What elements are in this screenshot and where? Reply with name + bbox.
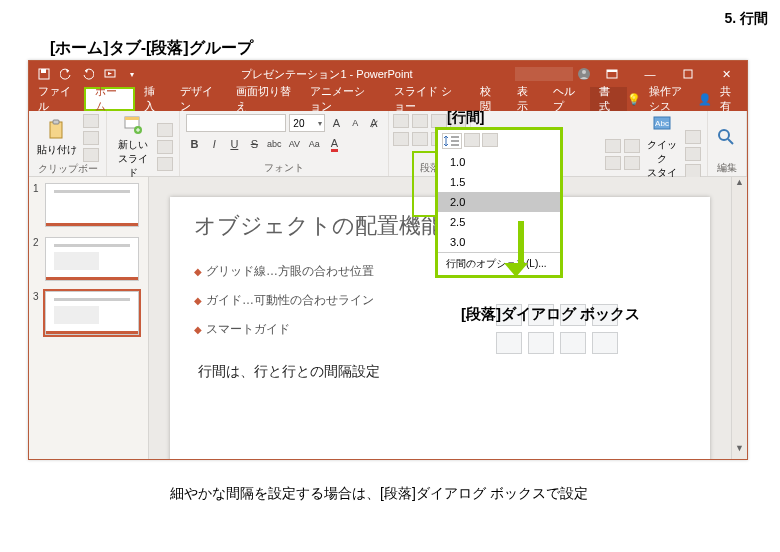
- arrow-down-icon: [513, 221, 528, 277]
- tab-insert[interactable]: 挿入: [135, 87, 172, 111]
- ribbon-tabs: ファイル ホーム 挿入 デザイン 画面切り替え アニメーション スライド ショー…: [29, 87, 747, 111]
- group-clipboard: 貼り付け クリップボード: [29, 111, 107, 176]
- format-painter-icon[interactable]: [83, 148, 99, 162]
- ph-video-icon[interactable]: [560, 332, 586, 354]
- section-icon[interactable]: [157, 157, 173, 171]
- powerpoint-window: ▾ プレゼンテーション1 - PowerPoint — ✕ ファイル ホーム 挿…: [28, 60, 748, 460]
- user-name-area[interactable]: [515, 67, 573, 81]
- slide-body[interactable]: グリッド線…方眼の合わせ位置 ガイド…可動性の合わせライン スマートガイド: [194, 257, 374, 343]
- align-center-icon[interactable]: [412, 132, 428, 146]
- save-icon[interactable]: [37, 67, 51, 81]
- font-color-button[interactable]: A: [326, 136, 342, 152]
- thumbnail-pane[interactable]: 1 2 3: [29, 177, 149, 459]
- font-name-combo[interactable]: [186, 114, 286, 132]
- italic-button[interactable]: I: [206, 136, 222, 152]
- bullet-2[interactable]: ガイド…可動性の合わせライン: [194, 286, 374, 315]
- ph-online-pic-icon[interactable]: [528, 332, 554, 354]
- bullet-1[interactable]: グリッド線…方眼の合わせ位置: [194, 257, 374, 286]
- tab-view[interactable]: 表示: [508, 87, 545, 111]
- tab-format[interactable]: 書式: [590, 87, 627, 111]
- slide-title-text[interactable]: オブジェクトの配置機能: [194, 211, 443, 241]
- group-editing: 編集: [708, 111, 747, 176]
- thumb-1[interactable]: 1: [33, 183, 144, 227]
- svg-rect-1: [41, 69, 46, 73]
- svg-point-4: [582, 70, 586, 74]
- reset-icon[interactable]: [157, 140, 173, 154]
- shape-effects-icon[interactable]: [685, 130, 701, 144]
- line-spacing-1-5[interactable]: 1.5: [438, 172, 560, 192]
- new-slide-button[interactable]: 新しい スライド: [113, 114, 153, 180]
- char-spacing-button[interactable]: AV: [286, 136, 302, 152]
- shapes-icon[interactable]: [605, 139, 621, 153]
- arrange-icon[interactable]: [624, 139, 640, 153]
- svg-rect-6: [607, 70, 617, 72]
- group-font: 20 A A A̷ B I U S abc AV Aa A フォント: [180, 111, 389, 176]
- titlebar: ▾ プレゼンテーション1 - PowerPoint — ✕: [29, 61, 747, 87]
- line-spacing-2-5[interactable]: 2.5: [438, 212, 560, 232]
- text-direction-icon[interactable]: [464, 133, 480, 147]
- ph-icon-icon[interactable]: [592, 332, 618, 354]
- line-spacing-1-0[interactable]: 1.0: [438, 152, 560, 172]
- tab-help[interactable]: ヘルプ: [544, 87, 590, 111]
- line-spacing-2-0[interactable]: 2.0: [438, 192, 560, 212]
- change-case-button[interactable]: Aa: [306, 136, 322, 152]
- shape-outline-icon[interactable]: [624, 156, 640, 170]
- quick-style-icon: Abc: [651, 114, 673, 136]
- slide-note-text[interactable]: 行間は、行と行との間隔設定: [198, 363, 380, 381]
- tab-transitions[interactable]: 画面切り替え: [227, 87, 301, 111]
- redo-icon[interactable]: [81, 67, 95, 81]
- tab-file[interactable]: ファイル: [29, 87, 84, 111]
- paste-label: 貼り付け: [37, 143, 77, 157]
- tab-design[interactable]: デザイン: [171, 87, 226, 111]
- bold-button[interactable]: B: [186, 136, 202, 152]
- line-spacing-options[interactable]: 行間のオプション(L)...: [438, 253, 560, 275]
- account-icon[interactable]: [577, 67, 591, 81]
- group-font-label: フォント: [186, 161, 382, 175]
- strike-button[interactable]: S: [246, 136, 262, 152]
- callout-line-spacing: [行間]: [447, 109, 484, 127]
- share-label[interactable]: 共有: [720, 84, 737, 114]
- thumb-3[interactable]: 3: [33, 291, 144, 335]
- shape-style3-icon[interactable]: [685, 164, 701, 178]
- shape-style2-icon[interactable]: [685, 147, 701, 161]
- line-spacing-icon[interactable]: [442, 133, 462, 149]
- text-shadow-button[interactable]: abc: [266, 136, 282, 152]
- line-spacing-3-0[interactable]: 3.0: [438, 232, 560, 252]
- tab-slideshow[interactable]: スライド ショー: [385, 87, 471, 111]
- group-drawing: Abc クイック スタイル 図形描画: [599, 111, 708, 176]
- cut-icon[interactable]: [83, 114, 99, 128]
- tellme-label[interactable]: 操作アシス: [649, 84, 690, 114]
- font-size-combo[interactable]: 20: [289, 114, 325, 132]
- numbering-icon[interactable]: [412, 114, 428, 128]
- tab-home[interactable]: ホーム: [84, 87, 134, 111]
- undo-icon[interactable]: [59, 67, 73, 81]
- tab-review[interactable]: 校閲: [471, 87, 508, 111]
- layout-icon[interactable]: [157, 123, 173, 137]
- clear-format-icon[interactable]: A̷: [366, 115, 382, 131]
- line-spacing-dropdown: 1.0 1.5 2.0 2.5 3.0 行間のオプション(L)...: [435, 127, 563, 278]
- bullet-3[interactable]: スマートガイド: [194, 315, 374, 344]
- scroll-up-icon[interactable]: ▲: [732, 177, 747, 193]
- clipboard-icon: [46, 119, 68, 141]
- align-left-icon[interactable]: [393, 132, 409, 146]
- share-icon[interactable]: 👤: [698, 93, 712, 106]
- new-slide-icon: [122, 114, 144, 136]
- vertical-scrollbar[interactable]: ▲ ▼: [731, 177, 747, 459]
- start-slideshow-icon[interactable]: [103, 67, 117, 81]
- scroll-down-icon[interactable]: ▼: [732, 443, 747, 459]
- new-slide-label: 新しい スライド: [115, 138, 151, 180]
- tab-animations[interactable]: アニメーション: [301, 87, 385, 111]
- copy-icon[interactable]: [83, 131, 99, 145]
- paste-button[interactable]: 貼り付け: [35, 119, 79, 157]
- shape-fill-icon[interactable]: [605, 156, 621, 170]
- align-text-icon[interactable]: [482, 133, 498, 147]
- find-icon[interactable]: [714, 127, 740, 149]
- decrease-font-icon[interactable]: A: [347, 115, 363, 131]
- thumb-2[interactable]: 2: [33, 237, 144, 281]
- bullets-icon[interactable]: [393, 114, 409, 128]
- indent-left-icon[interactable]: [431, 114, 447, 128]
- qat-more-icon[interactable]: ▾: [125, 67, 139, 81]
- increase-font-icon[interactable]: A: [328, 115, 344, 131]
- underline-button[interactable]: U: [226, 136, 242, 152]
- ph-picture-icon[interactable]: [496, 332, 522, 354]
